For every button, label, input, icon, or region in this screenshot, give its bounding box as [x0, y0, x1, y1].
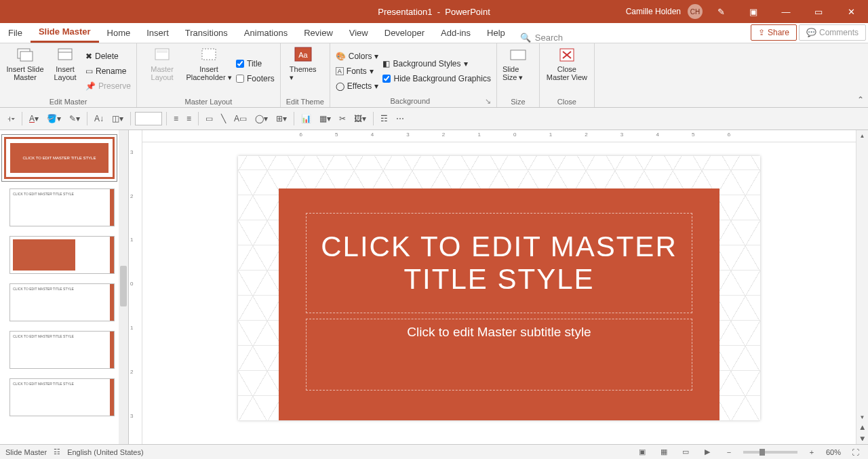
title-placeholder[interactable]: CLICK TO EDIT MASTER TITLE STYLE — [306, 213, 692, 313]
table-button[interactable]: ▦▾ — [317, 111, 334, 126]
slideshow-view-icon[interactable]: ▶ — [700, 446, 715, 458]
zoom-in-button[interactable]: + — [804, 446, 819, 458]
shape-menu[interactable]: ◯▾ — [252, 111, 271, 126]
svg-rect-5 — [157, 50, 167, 53]
tab-developer[interactable]: Developer — [376, 22, 433, 43]
tab-home[interactable]: Home — [99, 22, 139, 43]
layout-thumbnail-3[interactable]: CLICK TO EDIT MASTER TITLE STYLE — [9, 283, 115, 321]
shape-line-button[interactable]: ╲ — [218, 111, 229, 126]
tab-transitions[interactable]: Transitions — [177, 22, 236, 43]
normal-view-icon[interactable]: ▣ — [635, 446, 650, 458]
arrange-button[interactable]: ◫▾ — [109, 111, 126, 126]
outline-color-button[interactable]: ✎▾ — [66, 111, 83, 126]
layout-thumbnail-1[interactable]: CLICK TO EDIT MASTER TITLE STYLE — [9, 188, 115, 226]
selection-pane-button[interactable]: ☶ — [378, 111, 391, 126]
fonts-button[interactable]: AFonts ▾ — [336, 64, 379, 78]
comment-icon: 💬 — [806, 28, 816, 37]
more-commands-button[interactable]: ⋯ — [393, 111, 407, 126]
themes-icon: Aa — [294, 46, 313, 64]
picture-button[interactable]: 🖼▾ — [351, 111, 369, 126]
tab-help[interactable]: Help — [479, 22, 513, 43]
group-label: Edit Theme — [286, 96, 324, 106]
fonts-icon: A — [336, 67, 344, 75]
master-thumbnail[interactable]: CLICK TO EDIT MASTER TITLE STYLE — [4, 137, 115, 179]
themes-button[interactable]: Aa Themes▾ — [286, 46, 320, 96]
tab-review[interactable]: Review — [296, 22, 341, 43]
effects-button[interactable]: ◯Effects ▾ — [336, 79, 379, 93]
draw-mode-icon[interactable]: ✎ — [707, 0, 735, 23]
tab-animations[interactable]: Animations — [236, 22, 296, 43]
slide-edit-area: 3 2 1 0 1 2 3 6 5 4 3 2 1 0 1 2 3 4 5 6 — [129, 130, 868, 444]
colors-button[interactable]: 🎨Colors ▾ — [336, 49, 379, 63]
user-name[interactable]: Camille Holden — [626, 7, 681, 16]
collapse-ribbon-icon[interactable]: ⌃ — [857, 95, 864, 104]
layout-thumbnail-4[interactable]: CLICK TO EDIT MASTER TITLE STYLE — [9, 331, 115, 369]
tell-me-search[interactable]: 🔍 Search — [513, 33, 570, 43]
align-top-button[interactable]: ≡ — [171, 111, 181, 126]
fit-to-window-icon[interactable]: ⛶ — [848, 446, 863, 458]
group-edit-theme: Aa Themes▾ Edit Theme — [281, 43, 330, 107]
next-slide-icon[interactable]: ⯆ — [856, 433, 868, 444]
sort-button[interactable]: A↓ — [92, 111, 106, 126]
delete-button[interactable]: ✖Delete — [85, 49, 131, 63]
display-options-icon[interactable]: ▣ — [739, 0, 768, 23]
layout-thumbnail-2[interactable] — [9, 236, 115, 274]
horizontal-ruler: 6 5 4 3 2 1 0 1 2 3 4 5 6 — [142, 130, 856, 142]
accessibility-icon[interactable]: ☷ — [54, 447, 60, 456]
close-master-view-button[interactable]: Close Master View — [545, 46, 589, 96]
align-bottom-button[interactable]: ≡ — [184, 111, 194, 126]
sorter-view-icon[interactable]: ▦ — [656, 446, 671, 458]
comments-button[interactable]: 💬 Comments — [799, 24, 866, 41]
fill-color-button[interactable]: 🪣▾ — [44, 111, 64, 126]
group-background: 🎨Colors ▾ AFonts ▾ ◯Effects ▾ ◧Backgroun… — [330, 43, 497, 107]
background-launcher-icon[interactable]: ↘ — [485, 97, 491, 106]
close-window-button[interactable]: ✕ — [837, 0, 865, 23]
master-layout-button[interactable]: Master Layout — [142, 46, 182, 96]
align-menu[interactable]: ⫞▾ — [4, 111, 18, 126]
reading-view-icon[interactable]: ▭ — [678, 446, 693, 458]
prev-slide-icon[interactable]: ⯅ — [856, 422, 868, 433]
chart-button[interactable]: 📊 — [298, 111, 314, 126]
rename-button[interactable]: ▭Rename — [85, 64, 131, 78]
crop-button[interactable]: ✂ — [336, 111, 349, 126]
tab-view[interactable]: View — [341, 22, 376, 43]
tab-slide-master[interactable]: Slide Master — [31, 22, 99, 43]
share-button[interactable]: ⇪ Share — [751, 24, 797, 41]
footers-checkbox[interactable]: Footers — [236, 72, 275, 85]
minimize-button[interactable]: — — [772, 0, 800, 23]
tab-insert[interactable]: Insert — [138, 22, 177, 43]
slide-canvas[interactable]: CLICK TO EDIT MASTER TITLE STYLE Click t… — [238, 156, 760, 420]
background-styles-button[interactable]: ◧Background Styles ▾ — [382, 57, 490, 71]
insert-layout-button[interactable]: Insert Layout — [49, 46, 81, 96]
svg-rect-2 — [58, 49, 72, 60]
hide-background-checkbox[interactable]: Hide Background Graphics — [382, 72, 490, 85]
status-mode: Slide Master — [5, 448, 47, 456]
tab-addins[interactable]: Add-ins — [433, 22, 479, 43]
zoom-out-button[interactable]: − — [722, 446, 736, 458]
scroll-up-icon[interactable]: ▲ — [856, 130, 868, 141]
user-avatar[interactable]: CH — [688, 4, 703, 19]
maximize-button[interactable]: ▭ — [804, 0, 833, 23]
layout-thumbnail-5[interactable]: CLICK TO EDIT MASTER TITLE STYLE — [9, 378, 115, 416]
preserve-button[interactable]: 📌Preserve — [85, 79, 131, 93]
tab-file[interactable]: File — [0, 22, 31, 43]
rename-icon: ▭ — [85, 66, 93, 76]
vertical-scrollbar[interactable]: ▲ ▼ ⯅ ⯆ — [856, 130, 868, 444]
font-size-box[interactable] — [135, 112, 162, 125]
zoom-level[interactable]: 60% — [826, 448, 841, 456]
font-color-button[interactable]: A▾ — [26, 111, 41, 126]
scroll-down-icon[interactable]: ▼ — [856, 412, 868, 422]
insert-slide-master-button[interactable]: Insert Slide Master — [5, 46, 45, 96]
preserve-icon: 📌 — [85, 81, 96, 91]
group-menu[interactable]: ⊞▾ — [273, 111, 290, 126]
insert-placeholder-button[interactable]: Insert Placeholder ▾ — [186, 46, 232, 96]
title-checkbox[interactable]: Title — [236, 57, 275, 71]
status-language[interactable]: English (United States) — [67, 448, 144, 456]
shape-rect-button[interactable]: ▭ — [203, 111, 216, 126]
insert-slide-master-icon — [16, 46, 35, 64]
zoom-slider[interactable] — [743, 451, 797, 454]
textbox-button[interactable]: A▭ — [231, 111, 250, 126]
subtitle-placeholder[interactable]: Click to edit Master subtitle style — [306, 319, 692, 391]
thumbnail-scrollbar[interactable] — [119, 130, 128, 444]
slide-size-button[interactable]: Slide Size ▾ — [502, 46, 534, 96]
